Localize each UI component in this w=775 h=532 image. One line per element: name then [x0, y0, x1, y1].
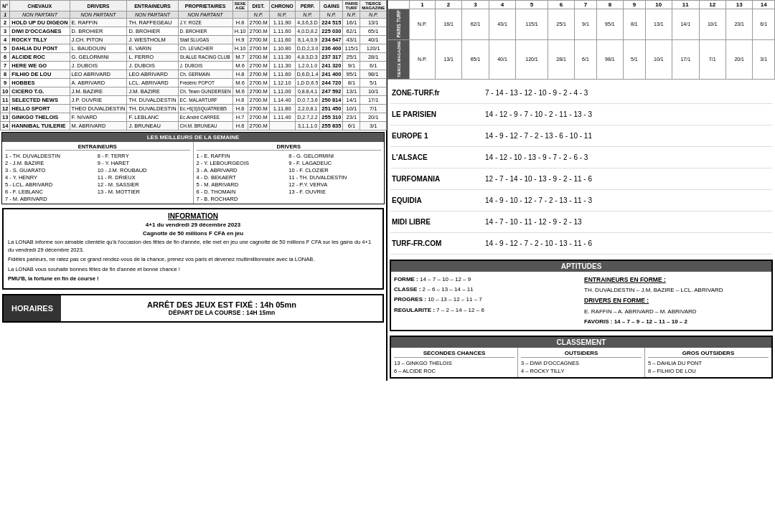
paris-grid-num-col: 12 [699, 1, 725, 9]
prono-numbers: 14 - 9 - 12 - 7 - 2 - 13 - 6 - 10 - 11 [485, 132, 771, 140]
cell-sexe: M.6 [232, 79, 248, 87]
cell-sexe: M.7 [232, 53, 248, 62]
cell-perf: 4,3.6,3.D [295, 19, 320, 27]
prono-row: MIDI LIBRE 14 - 7 - 10 - 11 - 12 - 9 - 2… [390, 212, 772, 233]
cell-driver: J. DUBOIS [70, 62, 127, 70]
tierce-cell: 98/1 [596, 39, 623, 79]
paris-turf-cell: 16/1 [435, 9, 461, 40]
cell-paris: 95/1 [343, 70, 360, 79]
col-gains: GAINS [320, 1, 343, 11]
cell-driver: J.P. OUVRIE [70, 96, 127, 105]
cell-num: 8 [1, 70, 10, 79]
cell-driver: NON PARTANT [70, 11, 127, 19]
cell-dist: 2700.M [248, 122, 269, 130]
entraineurs-forme-names: TH. DUVALDESTIN – J.M. BAZIRE – LCL. ABR… [584, 285, 769, 295]
col-drivers: DRIVERS [70, 1, 127, 11]
cell-tierce: 13/1 [360, 19, 387, 27]
table-row: 4 ROCKY TILLY J.CH. PITON J. WESTHOLM St… [1, 36, 387, 44]
cell-cheval: HOLD UP DU DIGEON [10, 19, 70, 27]
cell-proprietaire: Stall SLUGAS [178, 36, 232, 44]
paris-turf-cell: N.P. [410, 9, 436, 40]
cell-dist: 2700.M [248, 105, 269, 113]
cell-sexe: H.10 [232, 44, 248, 53]
paris-turf-cell: 13/1 [645, 9, 672, 40]
cell-gains: 241 320 [320, 62, 343, 70]
cell-driver: F. NIVARD [70, 113, 127, 122]
cell-sexe: H.8 [232, 70, 248, 79]
paris-grid-header: 1234567891011121314 [388, 1, 775, 9]
cell-perf: 8,1.4,0.9 [295, 36, 320, 44]
classement-title: CLASSEMENT [391, 337, 771, 348]
tierce-cell: 6/1 [575, 39, 596, 79]
list-item: 8 – FILHIO DE LOU [648, 367, 769, 375]
tierce-cell: 65/1 [462, 39, 489, 79]
list-item: 3 - A. ABRIVARD10 - F. CLOZIER [197, 166, 382, 174]
list-item: 6 - D. THOMAIN13 - F. OUVRIE [197, 188, 382, 195]
cell-chrono: 1.11.30 [269, 62, 295, 70]
info-text2: Fidèles parieurs, ne ratez pas ce grand … [8, 256, 378, 264]
cell-num: 5 [1, 44, 10, 53]
tierce-label: TIERCE MAGAZINE [388, 39, 410, 79]
prono-numbers: 14 - 12 - 9 - 7 - 10 - 2 - 11 - 13 - 3 [485, 110, 771, 118]
paris-turf-cell: 25/1 [548, 9, 574, 40]
cell-paris: 14/1 [343, 96, 360, 105]
prono-row: EQUIDIA 14 - 9 - 10 - 12 - 7 - 2 - 13 - … [390, 190, 772, 212]
entraineurs-col: ENTRAINEURS 1 - TH. DUVALDESTIN8 - F. TE… [2, 142, 194, 204]
tierce-cell: 20/1 [725, 39, 752, 79]
list-item: 5 - LCL. ABRIVARD12 - M. SASSIER [5, 181, 190, 188]
cell-num: 11 [1, 96, 10, 105]
cell-proprietaire: EC. MALARTURF [178, 96, 232, 105]
cell-chrono: 1.10.80 [269, 44, 295, 53]
paris-turf-cell: 10/1 [699, 9, 725, 40]
cell-gains: 244 720 [320, 79, 343, 87]
cell-proprietaire: Ch. GERMAIN [178, 70, 232, 79]
drivers-forme-title: DRIVERS EN FORME : [584, 295, 769, 306]
cell-chrono: 1.11.40 [269, 113, 295, 122]
col-tierce: TIERCEMAGAZINE [360, 1, 387, 11]
cell-dist: 2700.M [248, 113, 269, 122]
prono-numbers: 12 - 7 - 14 - 10 - 13 - 9 - 2 - 11 - 6 [485, 175, 771, 183]
progres-row: PROGRES : 10 – 13 – 12 – 11 – 7 [394, 295, 578, 305]
cell-sexe: M.6 [232, 87, 248, 96]
cell-tierce: 5/1 [360, 79, 387, 87]
prono-row: LE PARISIEN 14 - 12 - 9 - 7 - 10 - 2 - 1… [390, 104, 772, 125]
cell-chrono: 1.11.80 [269, 105, 295, 113]
paris-grid-num-col: 8 [596, 1, 623, 9]
cell-paris: 13/1 [343, 87, 360, 96]
paris-turf-cell: 6/1 [753, 9, 775, 40]
cell-perf: 3,1.1,1.0 [295, 122, 320, 130]
list-item: 6 – ALCIDE ROC [394, 367, 515, 375]
info-text4: PMU'B, la fortune en fin de course ! [8, 275, 378, 283]
cell-proprietaire: J. DUBOIS [178, 62, 232, 70]
list-item: 7 - M. ABRIVARD [5, 195, 190, 202]
paris-grid-num-col: 4 [489, 1, 515, 9]
cell-dist: N.P. [248, 11, 269, 19]
cell-perf: 2,2.0,8.1 [295, 105, 320, 113]
list-item: 6 - F. LEBLANC13 - M. MOTTIER [5, 188, 190, 195]
classement-col-title: OUTSIDERS [521, 350, 642, 358]
cell-paris: 10/1 [343, 105, 360, 113]
info-title: INFORMATION [8, 212, 378, 220]
cell-paris: 43/1 [343, 36, 360, 44]
cell-sexe: H.6 [232, 19, 248, 27]
cell-proprietaire: J.Y. ROZE [178, 19, 232, 27]
tierce-row: TIERCE MAGAZINEN.P.13/165/140/1120/128/1… [388, 39, 775, 79]
paris-grid-num-col: 3 [462, 1, 489, 9]
cell-driver: E. RAFFIN [70, 19, 127, 27]
tierce-cell: 17/1 [672, 39, 699, 79]
prono-source: MIDI LIBRE [392, 218, 485, 226]
paris-turf-cell: 43/1 [489, 9, 515, 40]
cell-gains: 255 310 [320, 113, 343, 122]
cell-paris: N.P. [343, 11, 360, 19]
cell-gains: 255 835 [320, 122, 343, 130]
paris-grid-num-col: 13 [725, 1, 752, 9]
table-row: 5 DAHLIA DU PONT L. BAUDOUIN E. VARIN Ch… [1, 44, 387, 53]
table-row: 3 DIWI D'OCCAGNES D. BROHIER D. BROHIER … [1, 27, 387, 36]
horaires-sub: DÉPART DE LA COURSE : 14H 15mn [64, 309, 380, 316]
info-subtitle: 4+1 du vendredi 29 décembre 2023 [8, 222, 378, 228]
paris-grid-num-col: 2 [435, 1, 461, 9]
cell-cheval: ROCKY TILLY [10, 36, 70, 44]
tierce-cell: 120/1 [516, 39, 548, 79]
classement-col: GROS OUTSIDERS5 – DAHLIA DU PONT8 – FILH… [645, 348, 771, 377]
favoris-row: FAVORIS : 14 – 7 – 9 – 12 – 11 – 10 – 2 [584, 317, 769, 327]
